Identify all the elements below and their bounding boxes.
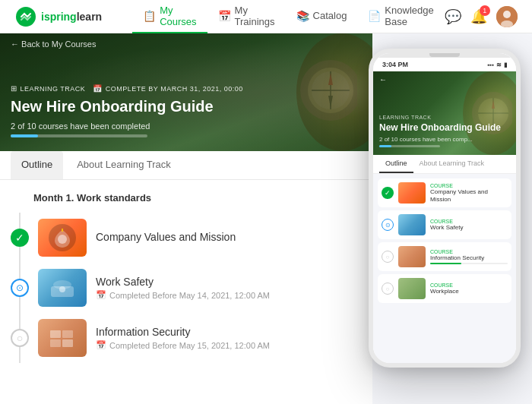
phone-thumb-1	[398, 182, 426, 204]
course-name-values: Company Values and Mission	[96, 231, 362, 243]
phone-course-name-2: Work Safety	[430, 224, 508, 232]
svg-rect-20	[62, 339, 73, 347]
course-list: Month 1. Work standards ✓	[0, 180, 372, 375]
phone-status-bar: 3:04 PM ▪▪▪ ≋ ▮	[373, 58, 516, 71]
main-content: ← Back to My Courses ⊞ LEARNING TRACK 📅 …	[0, 33, 532, 404]
phone-progress-mini-fill-3	[430, 263, 461, 264]
deadline-badge: 📅 COMPLETE BY MARCH 31, 2021, 00:00	[93, 84, 242, 93]
logo[interactable]: ispringlearn	[15, 6, 102, 27]
tab-outline[interactable]: Outline	[11, 151, 63, 179]
deadline-icon: 📅	[93, 84, 103, 93]
phone-course-name-1: Company Values and Mission	[430, 188, 508, 203]
header-actions: 💬 🔔 1	[445, 6, 518, 27]
phone-tab-outline[interactable]: Outline	[379, 155, 413, 173]
phone-thumb-4	[398, 278, 426, 299]
course-info-security: Information Security 📅 Completed Before …	[96, 326, 362, 350]
logo-icon	[15, 6, 36, 27]
timeline: ✓ Company Valu	[11, 213, 362, 363]
left-panel: ← Back to My Courses ⊞ LEARNING TRACK 📅 …	[0, 33, 372, 404]
phone-dot-2: ⊙	[382, 219, 394, 231]
chat-button[interactable]: 💬	[445, 8, 461, 25]
progress-bar	[11, 134, 147, 137]
status-dot-completed: ✓	[11, 229, 29, 247]
tab-about[interactable]: About Learning Track	[66, 151, 182, 179]
phone-mockup-container: 3:04 PM ▪▪▪ ≋ ▮	[357, 49, 532, 368]
course-thumb-safety	[38, 269, 87, 307]
course-meta-safety: 📅 Completed Before May 14, 2021, 12:00 A…	[96, 290, 362, 300]
hero-banner: ← Back to My Courses ⊞ LEARNING TRACK 📅 …	[0, 33, 372, 151]
phone-time: 3:04 PM	[382, 61, 408, 68]
nav-knowledge-base[interactable]: 📄 Knowledge Base	[357, 0, 444, 33]
nav-catalog[interactable]: 📚 Catalog	[286, 0, 358, 33]
course-thumb-security	[38, 319, 87, 357]
course-meta-security: 📅 Completed Before May 15, 2021, 12:00 A…	[96, 340, 362, 350]
phone-course-list: ✓ Course Company Values and Mission ⊙ Co…	[373, 174, 516, 311]
phone-title: New Hire Onboarding Guide	[379, 122, 510, 133]
phone-course-item-3[interactable]: ○ Course Information Security	[378, 242, 511, 271]
phone-course-item-4[interactable]: ○ Course Workplace	[378, 274, 511, 303]
phone-course-name-4: Workplace	[430, 288, 508, 295]
course-thumb-values	[38, 219, 87, 257]
phone-notch-bar	[429, 53, 460, 57]
avatar[interactable]	[496, 6, 518, 27]
phone-course-info-4: Course Workplace	[430, 282, 508, 295]
phone-tab-about[interactable]: About Learning Track	[413, 155, 491, 173]
progress-fill	[11, 134, 38, 137]
phone-course-info-3: Course Information Security	[430, 249, 508, 265]
nav-my-courses[interactable]: 📋 My Courses	[132, 0, 207, 33]
svg-rect-17	[50, 330, 61, 338]
phone-hero-content: LEARNING TRACK New Hire Onboarding Guide…	[379, 115, 510, 147]
phone-mockup: 3:04 PM ▪▪▪ ≋ ▮	[369, 49, 521, 368]
svg-point-16	[59, 286, 65, 292]
hero-title: New Hire Onboarding Guide	[11, 97, 362, 115]
phone-dot-1: ✓	[382, 187, 394, 199]
phone-course-label-3: Course	[430, 249, 508, 254]
phone-thumb-2	[398, 214, 426, 235]
phone-course-name-3: Information Security	[430, 254, 508, 262]
calendar-icon-security: 📅	[96, 340, 106, 350]
phone-hero: ← LEARNING TRACK New Hire Onboarding Gui…	[373, 71, 516, 155]
values-thumb-img	[47, 223, 78, 253]
phone-progress-mini-3	[430, 263, 508, 264]
course-info-safety: Work Safety 📅 Completed Before May 14, 2…	[96, 276, 362, 300]
battery-icon: ▮	[504, 62, 507, 68]
phone-tabs: Outline About Learning Track	[373, 155, 516, 174]
content-tabs: Outline About Learning Track	[0, 151, 372, 180]
course-name-security: Information Security	[96, 326, 362, 338]
course-info-values: Company Values and Mission	[96, 231, 362, 245]
status-dot-pending: ○	[11, 329, 29, 347]
catalog-icon: 📚	[296, 10, 309, 22]
my-courses-icon: 📋	[143, 10, 156, 22]
main-nav: 📋 My Courses 📅 My Trainings 📚 Catalog 📄 …	[132, 0, 445, 33]
phone-course-label-1: Course	[430, 183, 508, 188]
phone-course-item-1[interactable]: ✓ Course Company Values and Mission	[378, 178, 511, 207]
knowledge-base-icon: 📄	[368, 10, 381, 22]
avatar-img	[496, 6, 518, 27]
phone-back-button[interactable]: ←	[379, 75, 387, 84]
phone-dot-3: ○	[382, 251, 394, 263]
svg-rect-19	[50, 339, 61, 347]
phone-progress-bar	[379, 145, 440, 147]
nav-my-trainings[interactable]: 📅 My Trainings	[207, 0, 286, 33]
course-item-work-safety[interactable]: ⊙ Work Safety 📅	[11, 263, 362, 313]
course-item-company-values[interactable]: ✓ Company Valu	[11, 213, 362, 263]
notification-badge: 1	[480, 5, 490, 16]
back-link[interactable]: ← Back to My Courses	[11, 39, 96, 49]
learning-track-badge: ⊞ LEARNING TRACK	[11, 84, 85, 93]
course-item-info-security[interactable]: ○ Information Security	[11, 313, 362, 363]
phone-course-label-4: Course	[430, 282, 508, 288]
safety-thumb-img	[47, 273, 78, 303]
hero-badges: ⊞ LEARNING TRACK 📅 COMPLETE BY MARCH 31,…	[11, 84, 362, 93]
calendar-icon-safety: 📅	[96, 290, 106, 300]
my-trainings-icon: 📅	[218, 10, 231, 22]
course-name-safety: Work Safety	[96, 276, 362, 288]
track-icon: ⊞	[11, 84, 17, 93]
phone-progress-fill	[379, 145, 391, 147]
status-dot-in-progress: ⊙	[11, 279, 29, 297]
svg-rect-18	[62, 330, 73, 338]
phone-course-label-2: Course	[430, 219, 508, 224]
phone-dot-4: ○	[382, 282, 394, 295]
month-header: Month 1. Work standards	[11, 192, 362, 204]
notifications-button[interactable]: 🔔 1	[470, 8, 487, 25]
phone-course-item-2[interactable]: ⊙ Course Work Safety	[378, 210, 511, 239]
